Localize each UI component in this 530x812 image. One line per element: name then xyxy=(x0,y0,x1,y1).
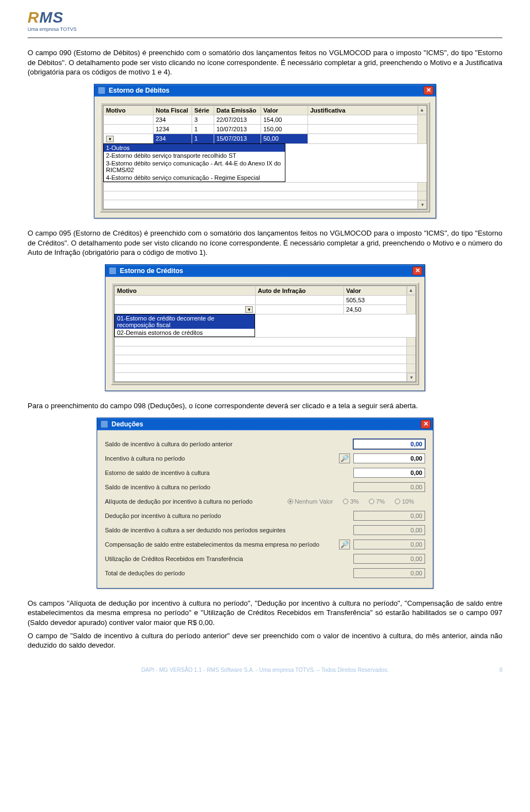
titlebar-deducoes[interactable]: Deduções ✕ xyxy=(97,418,433,430)
aliquota-radio-group[interactable]: Nenhum Valor3%7%10% xyxy=(288,498,425,505)
logo: RRMSMS xyxy=(28,10,63,25)
binoculars-icon[interactable]: 🔎 xyxy=(339,539,350,549)
dropdown-option[interactable]: 3-Estorno débito serviço comunicação - A… xyxy=(104,159,285,174)
window-icon xyxy=(98,87,105,94)
titlebar-debitos[interactable]: Estorno de Débitos ✕ xyxy=(94,84,436,97)
deducao-value[interactable]: 0,00 xyxy=(353,439,425,449)
paragraph-4: Os campos "Alíquota de dedução por incen… xyxy=(28,599,502,628)
close-icon[interactable]: ✕ xyxy=(412,266,422,275)
scroll-down-icon[interactable]: ▾ xyxy=(418,200,427,209)
grid-debitos[interactable]: Motivo Nota Fiscal Série Data Emissão Va… xyxy=(103,105,427,210)
table-row[interactable]: 234322/07/2013154,00 xyxy=(104,115,427,124)
paragraph-2: O campo 095 (Estorno de Créditos) é pree… xyxy=(28,228,502,258)
dropdown-option[interactable]: 02-Demais estornos de créditos xyxy=(115,329,255,336)
deducao-row: Dedução por incentivo à cultura no perío… xyxy=(105,509,425,523)
window-estorno-debitos: Estorno de Débitos ✕ Motivo Nota Fiscal … xyxy=(94,84,436,219)
dropdown-selected[interactable]: 01-Estorno de crédito decorrente de reco… xyxy=(115,314,255,329)
col-nf[interactable]: Nota Fiscal xyxy=(153,105,192,115)
deducao-value: 0,00 xyxy=(353,539,425,549)
radio-option[interactable]: 10% xyxy=(395,498,414,505)
deducao-value: 0,00 xyxy=(353,482,425,492)
deducao-label: Total de deduções do período xyxy=(105,570,353,576)
page-number: 8 xyxy=(499,667,502,673)
footer: DAPI - MG VERSÃO 1.1 - RMS Software S.A.… xyxy=(28,667,502,673)
window-deducoes: Deduções ✕ Saldo de incentivo à cultura … xyxy=(97,418,433,589)
deducao-label: Saldo de incentivo à cultura no período xyxy=(105,484,353,490)
deducao-row: Saldo de incentivo à cultura a ser deduz… xyxy=(105,523,425,537)
scroll-up-icon[interactable]: ▴ xyxy=(407,286,416,295)
window-icon xyxy=(100,420,108,428)
col-valor[interactable]: Valor xyxy=(261,105,308,115)
dropdown-option[interactable]: 4-Estorno débito serviço comunicação - R… xyxy=(104,174,285,181)
deducao-label: Alíquota de dedução por incentivo à cult… xyxy=(105,498,288,505)
deducao-value: 0,00 xyxy=(353,525,425,535)
radio-option[interactable]: 7% xyxy=(369,498,385,505)
header-rule xyxy=(28,38,502,38)
paragraph-5: O campo de "Saldo de incentivo à cultura… xyxy=(28,631,502,650)
binoculars-icon[interactable]: 🔎 xyxy=(339,453,350,463)
chevron-down-icon[interactable]: ▾ xyxy=(245,306,253,313)
window-estorno-creditos: Estorno de Créditos ✕ Motivo Auto de Inf… xyxy=(105,264,425,392)
deducao-row: Saldo de incentivo à cultura no período0… xyxy=(105,480,425,494)
paragraph-1: O campo 090 (Estorno de Débitos) é preen… xyxy=(28,48,502,77)
deducao-row: Saldo de incentivo à cultura do período … xyxy=(105,437,425,451)
deducao-value: 0,00 xyxy=(353,554,425,564)
deducao-value[interactable]: 0,00 xyxy=(353,468,425,478)
motivo-dropdown[interactable]: 1-Outros 2-Estorno débito serviço transp… xyxy=(103,143,285,182)
close-icon[interactable]: ✕ xyxy=(421,420,431,429)
col-valor[interactable]: Valor xyxy=(344,286,407,295)
window-title: Estorno de Créditos xyxy=(120,267,412,275)
deducao-label: Saldo de incentivo à cultura a ser deduz… xyxy=(105,527,353,533)
paragraph-3: Para o preenchimento do campo 098 (Deduç… xyxy=(28,401,502,411)
table-row[interactable]: 1234110/07/2013150,00 xyxy=(104,124,427,133)
deducao-value: 0,00 xyxy=(353,568,425,578)
deducao-row: Utilização de Créditos Recebidos em Tran… xyxy=(105,552,425,566)
deducao-value: 0,00 xyxy=(353,511,425,521)
deducao-label: Estorno de saldo de incentivo à cultura xyxy=(105,469,353,476)
scroll-up-icon[interactable]: ▴ xyxy=(418,105,427,114)
deducao-label: Compensação de saldo entre estabelecimen… xyxy=(105,541,339,548)
close-icon[interactable]: ✕ xyxy=(423,86,433,95)
deducao-value[interactable]: 0,00 xyxy=(353,453,425,463)
col-just[interactable]: Justificativa xyxy=(308,105,418,115)
deducao-row: Estorno de saldo de incentivo à cultura0… xyxy=(105,466,425,480)
window-icon xyxy=(109,267,116,275)
radio-nenhum[interactable]: Nenhum Valor xyxy=(288,498,333,505)
deducao-label: Utilização de Créditos Recebidos em Tran… xyxy=(105,555,353,562)
deducao-label: Dedução por incentivo à cultura no perío… xyxy=(105,512,353,519)
dropdown-option[interactable]: 2-Estorno débito serviço transporte reco… xyxy=(104,152,285,159)
col-auto[interactable]: Auto de Infração xyxy=(256,286,344,295)
table-row[interactable]: ▾24,50 xyxy=(115,304,416,314)
deducao-label: Incentivo à cultura no período xyxy=(105,455,339,462)
col-motivo[interactable]: Motivo xyxy=(115,286,256,295)
deducao-row: Alíquota de dedução por incentivo à cult… xyxy=(105,494,425,509)
footer-text: DAPI - MG VERSÃO 1.1 - RMS Software S.A.… xyxy=(141,667,389,673)
deducao-row: Total de deduções do período0,00 xyxy=(105,566,425,580)
window-title: Estorno de Débitos xyxy=(109,87,423,94)
window-title: Deduções xyxy=(112,420,421,428)
deducao-label: Saldo de incentivo à cultura do período … xyxy=(105,441,353,447)
chevron-down-icon[interactable]: ▾ xyxy=(106,136,114,142)
table-row[interactable]: ▾ 234 1 15/07/2013 50,00 xyxy=(104,133,427,143)
col-motivo[interactable]: Motivo xyxy=(104,105,153,115)
deducao-row: Incentivo à cultura no período🔎0,00 xyxy=(105,451,425,466)
col-serie[interactable]: Série xyxy=(192,105,214,115)
titlebar-creditos[interactable]: Estorno de Créditos ✕ xyxy=(105,265,425,277)
grid-creditos[interactable]: Motivo Auto de Infração Valor ▴ 505,53 ▾… xyxy=(114,285,416,383)
header: RRMSMS Uma empresa TOTVS xyxy=(28,0,502,38)
motivo-dropdown[interactable]: 01-Estorno de crédito decorrente de reco… xyxy=(114,314,255,337)
deducao-row: Compensação de saldo entre estabelecimen… xyxy=(105,537,425,552)
dropdown-selected[interactable]: 1-Outros xyxy=(104,144,285,152)
scroll-down-icon[interactable]: ▾ xyxy=(407,373,416,382)
table-row[interactable]: 505,53 xyxy=(115,295,416,304)
col-data[interactable]: Data Emissão xyxy=(214,105,261,115)
logo-sub: Uma empresa TOTVS xyxy=(28,26,77,32)
radio-option[interactable]: 3% xyxy=(343,498,359,505)
